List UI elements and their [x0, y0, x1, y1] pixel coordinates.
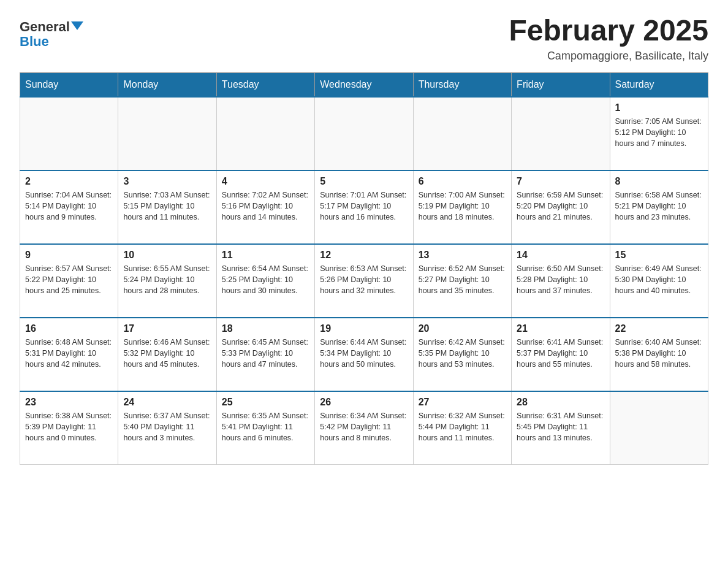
day-number: 23	[25, 397, 113, 408]
day-cell: 28Sunrise: 6:31 AM Sunset: 5:45 PM Dayli…	[512, 391, 610, 465]
logo-triangle-icon	[71, 21, 83, 30]
day-cell: 25Sunrise: 6:35 AM Sunset: 5:41 PM Dayli…	[216, 391, 314, 465]
week-row-2: 2Sunrise: 7:04 AM Sunset: 5:14 PM Daylig…	[20, 170, 708, 244]
day-cell: 6Sunrise: 7:00 AM Sunset: 5:19 PM Daylig…	[413, 170, 511, 244]
day-number: 1	[615, 102, 703, 113]
day-info: Sunrise: 6:34 AM Sunset: 5:42 PM Dayligh…	[320, 410, 408, 443]
day-cell	[216, 97, 314, 170]
day-number: 15	[615, 250, 703, 261]
day-info: Sunrise: 6:55 AM Sunset: 5:24 PM Dayligh…	[123, 263, 211, 296]
day-number: 25	[222, 397, 309, 408]
day-cell: 3Sunrise: 7:03 AM Sunset: 5:15 PM Daylig…	[118, 170, 216, 244]
day-cell: 11Sunrise: 6:54 AM Sunset: 5:25 PM Dayli…	[216, 244, 314, 318]
day-cell: 4Sunrise: 7:02 AM Sunset: 5:16 PM Daylig…	[216, 170, 314, 244]
day-number: 16	[25, 323, 113, 334]
day-cell: 26Sunrise: 6:34 AM Sunset: 5:42 PM Dayli…	[315, 391, 413, 465]
day-info: Sunrise: 6:45 AM Sunset: 5:33 PM Dayligh…	[222, 337, 309, 370]
day-cell	[20, 97, 118, 170]
day-number: 27	[419, 397, 506, 408]
day-info: Sunrise: 6:49 AM Sunset: 5:30 PM Dayligh…	[615, 263, 703, 296]
logo-blue-text: Blue	[20, 34, 49, 49]
day-cell: 8Sunrise: 6:58 AM Sunset: 5:21 PM Daylig…	[610, 170, 708, 244]
page-header: General Blue February 2025 Campomaggiore…	[20, 15, 708, 63]
week-row-5: 23Sunrise: 6:38 AM Sunset: 5:39 PM Dayli…	[20, 391, 708, 465]
day-cell: 13Sunrise: 6:52 AM Sunset: 5:27 PM Dayli…	[413, 244, 511, 318]
logo-general-text: General	[20, 20, 70, 34]
logo: General Blue	[20, 20, 83, 49]
week-row-3: 9Sunrise: 6:57 AM Sunset: 5:22 PM Daylig…	[20, 244, 708, 318]
day-cell	[610, 391, 708, 465]
day-info: Sunrise: 7:00 AM Sunset: 5:19 PM Dayligh…	[419, 190, 506, 223]
day-info: Sunrise: 6:58 AM Sunset: 5:21 PM Dayligh…	[615, 190, 703, 223]
col-tuesday: Tuesday	[216, 72, 314, 97]
day-number: 8	[615, 176, 703, 187]
day-info: Sunrise: 6:38 AM Sunset: 5:39 PM Dayligh…	[25, 410, 113, 443]
day-info: Sunrise: 6:50 AM Sunset: 5:28 PM Dayligh…	[517, 263, 604, 296]
day-info: Sunrise: 7:02 AM Sunset: 5:16 PM Dayligh…	[222, 190, 309, 223]
day-number: 26	[320, 397, 408, 408]
col-sunday: Sunday	[20, 72, 118, 97]
day-number: 5	[320, 176, 408, 187]
day-cell: 19Sunrise: 6:44 AM Sunset: 5:34 PM Dayli…	[315, 318, 413, 391]
day-info: Sunrise: 6:35 AM Sunset: 5:41 PM Dayligh…	[222, 410, 309, 443]
day-number: 9	[25, 250, 113, 261]
day-cell: 12Sunrise: 6:53 AM Sunset: 5:26 PM Dayli…	[315, 244, 413, 318]
calendar-header-row: Sunday Monday Tuesday Wednesday Thursday…	[20, 72, 708, 97]
day-info: Sunrise: 6:37 AM Sunset: 5:40 PM Dayligh…	[123, 410, 211, 443]
day-cell: 9Sunrise: 6:57 AM Sunset: 5:22 PM Daylig…	[20, 244, 118, 318]
day-info: Sunrise: 6:54 AM Sunset: 5:25 PM Dayligh…	[222, 263, 309, 296]
day-cell: 23Sunrise: 6:38 AM Sunset: 5:39 PM Dayli…	[20, 391, 118, 465]
day-cell: 2Sunrise: 7:04 AM Sunset: 5:14 PM Daylig…	[20, 170, 118, 244]
day-info: Sunrise: 6:42 AM Sunset: 5:35 PM Dayligh…	[419, 337, 506, 370]
day-info: Sunrise: 7:04 AM Sunset: 5:14 PM Dayligh…	[25, 190, 113, 223]
day-cell: 22Sunrise: 6:40 AM Sunset: 5:38 PM Dayli…	[610, 318, 708, 391]
title-block: February 2025 Campomaggiore, Basilicate,…	[509, 15, 708, 63]
month-title: February 2025	[509, 15, 708, 47]
day-info: Sunrise: 6:57 AM Sunset: 5:22 PM Dayligh…	[25, 263, 113, 296]
day-cell: 10Sunrise: 6:55 AM Sunset: 5:24 PM Dayli…	[118, 244, 216, 318]
calendar-table: Sunday Monday Tuesday Wednesday Thursday…	[20, 72, 708, 465]
day-cell	[512, 97, 610, 170]
day-info: Sunrise: 7:03 AM Sunset: 5:15 PM Dayligh…	[123, 190, 211, 223]
day-number: 12	[320, 250, 408, 261]
day-number: 14	[517, 250, 604, 261]
day-info: Sunrise: 7:05 AM Sunset: 5:12 PM Dayligh…	[615, 116, 703, 149]
day-number: 3	[123, 176, 211, 187]
day-info: Sunrise: 6:48 AM Sunset: 5:31 PM Dayligh…	[25, 337, 113, 370]
day-cell: 15Sunrise: 6:49 AM Sunset: 5:30 PM Dayli…	[610, 244, 708, 318]
day-number: 13	[419, 250, 506, 261]
day-cell: 21Sunrise: 6:41 AM Sunset: 5:37 PM Dayli…	[512, 318, 610, 391]
day-cell: 5Sunrise: 7:01 AM Sunset: 5:17 PM Daylig…	[315, 170, 413, 244]
week-row-4: 16Sunrise: 6:48 AM Sunset: 5:31 PM Dayli…	[20, 318, 708, 391]
day-number: 4	[222, 176, 309, 187]
col-friday: Friday	[512, 72, 610, 97]
day-info: Sunrise: 6:41 AM Sunset: 5:37 PM Dayligh…	[517, 337, 604, 370]
day-info: Sunrise: 6:59 AM Sunset: 5:20 PM Dayligh…	[517, 190, 604, 223]
day-cell	[413, 97, 511, 170]
day-cell: 20Sunrise: 6:42 AM Sunset: 5:35 PM Dayli…	[413, 318, 511, 391]
day-info: Sunrise: 6:32 AM Sunset: 5:44 PM Dayligh…	[419, 410, 506, 443]
day-info: Sunrise: 6:40 AM Sunset: 5:38 PM Dayligh…	[615, 337, 703, 370]
day-cell: 18Sunrise: 6:45 AM Sunset: 5:33 PM Dayli…	[216, 318, 314, 391]
day-number: 2	[25, 176, 113, 187]
day-cell: 24Sunrise: 6:37 AM Sunset: 5:40 PM Dayli…	[118, 391, 216, 465]
day-number: 28	[517, 397, 604, 408]
col-saturday: Saturday	[610, 72, 708, 97]
day-number: 22	[615, 323, 703, 334]
location-text: Campomaggiore, Basilicate, Italy	[509, 50, 708, 63]
day-cell: 1Sunrise: 7:05 AM Sunset: 5:12 PM Daylig…	[610, 97, 708, 170]
day-info: Sunrise: 6:46 AM Sunset: 5:32 PM Dayligh…	[123, 337, 211, 370]
day-cell: 17Sunrise: 6:46 AM Sunset: 5:32 PM Dayli…	[118, 318, 216, 391]
day-cell: 16Sunrise: 6:48 AM Sunset: 5:31 PM Dayli…	[20, 318, 118, 391]
col-monday: Monday	[118, 72, 216, 97]
day-info: Sunrise: 6:53 AM Sunset: 5:26 PM Dayligh…	[320, 263, 408, 296]
day-info: Sunrise: 6:52 AM Sunset: 5:27 PM Dayligh…	[419, 263, 506, 296]
day-cell	[118, 97, 216, 170]
day-cell: 27Sunrise: 6:32 AM Sunset: 5:44 PM Dayli…	[413, 391, 511, 465]
day-number: 10	[123, 250, 211, 261]
day-info: Sunrise: 6:44 AM Sunset: 5:34 PM Dayligh…	[320, 337, 408, 370]
day-info: Sunrise: 6:31 AM Sunset: 5:45 PM Dayligh…	[517, 410, 604, 443]
day-number: 20	[419, 323, 506, 334]
day-number: 24	[123, 397, 211, 408]
day-info: Sunrise: 7:01 AM Sunset: 5:17 PM Dayligh…	[320, 190, 408, 223]
